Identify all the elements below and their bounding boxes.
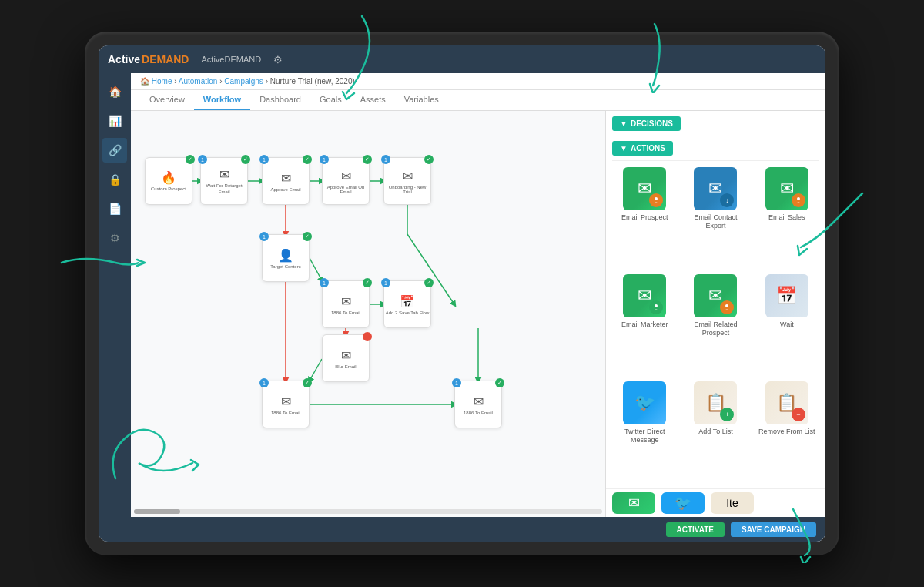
canvas-scroll[interactable]: ✓ 🔥 Custom Prospect ✓ 1 ✉ Wait For Retar… xyxy=(131,111,605,517)
decisions-label: DECISIONS xyxy=(631,119,673,128)
wait-label: Wait xyxy=(780,320,794,329)
decisions-button[interactable]: ▼ DECISIONS xyxy=(612,116,681,131)
action-email-marketer[interactable]: ✉ Email Marketer xyxy=(612,274,677,375)
email-related-icon-box: ✉ xyxy=(694,274,737,317)
svg-point-17 xyxy=(725,304,728,307)
contact-export-overlay: ↓ xyxy=(720,193,734,207)
email-marketer-icon-box: ✉ xyxy=(623,274,666,317)
sidebar-item-doc[interactable]: 📄 xyxy=(102,196,127,221)
breadcrumb-home[interactable]: 🏠 Home xyxy=(140,77,172,86)
wf-node-1[interactable]: ✓ 🔥 Custom Prospect xyxy=(145,157,192,205)
more-items-row: ✉ 🐦 Ite xyxy=(606,488,825,517)
wf-node-2[interactable]: ✓ 1 ✉ Wait For Retarget Email xyxy=(200,157,248,205)
breadcrumb-automation[interactable]: Automation xyxy=(179,77,218,86)
action-email-sales[interactable]: ✉ Email Sales xyxy=(755,167,819,268)
wf-node-11[interactable]: ✓ 1 ✉ 1886 To Email xyxy=(454,381,502,428)
actions-button[interactable]: ▼ ACTIONS xyxy=(612,141,673,156)
tab-workflow[interactable]: Workflow xyxy=(194,90,250,110)
canvas-area[interactable]: ✓ 🔥 Custom Prospect ✓ 1 ✉ Wait For Retar… xyxy=(131,111,606,517)
tab-overview[interactable]: Overview xyxy=(140,90,194,110)
add-list-icon-box: 📋 + xyxy=(694,381,737,424)
breadcrumb-campaigns[interactable]: Campaigns xyxy=(224,77,263,86)
tab-dashboard[interactable]: Dashboard xyxy=(250,90,310,110)
node-badge-minus: − xyxy=(363,332,372,341)
wf-node-8[interactable]: − ✉ Blur Email xyxy=(322,334,370,382)
email-sales-icon: ✉ xyxy=(780,179,794,199)
wf-node-6[interactable]: ✓ 1 👤 Target Content xyxy=(262,234,310,282)
activate-button[interactable]: ACTIVATE xyxy=(666,522,725,537)
save-campaign-button[interactable]: SAVE CAMPAIGN xyxy=(731,522,816,537)
decisions-section: ▼ DECISIONS xyxy=(606,111,825,136)
node-num: 1 xyxy=(259,232,269,241)
wf-node-5[interactable]: ✓ 1 ✉ Onboarding - New Trial xyxy=(383,157,431,205)
bottom-bar: ACTIVATE SAVE CAMPAIGN xyxy=(131,517,825,542)
action-twitter-dm[interactable]: 🐦 Twitter Direct Message xyxy=(612,381,677,482)
node-num: 1 xyxy=(320,278,329,287)
extra3-icon: Ite xyxy=(711,492,754,514)
wait-icon: 📅 xyxy=(776,286,797,306)
svg-point-16 xyxy=(654,304,658,307)
sidebar-item-settings[interactable]: ⚙ xyxy=(102,226,127,250)
tab-variables[interactable]: Variables xyxy=(395,90,448,110)
nav-item[interactable]: ActiveDEMAND xyxy=(201,55,261,64)
wf-node-9[interactable]: ✓ 1 ✉ 1886 To Email xyxy=(262,381,310,428)
action-wait[interactable]: 📅 Wait xyxy=(755,274,819,375)
sidebar-item-dashboard[interactable]: 📊 xyxy=(102,109,127,133)
action-extra-3[interactable]: Ite xyxy=(711,492,754,514)
breadcrumb: 🏠 Home › Automation › Campaigns › Nurtur… xyxy=(131,73,825,90)
svg-point-15 xyxy=(797,197,800,200)
wf-node-7[interactable]: ✓ 1 ✉ 1886 To Email xyxy=(322,280,370,328)
remove-list-label: Remove From List xyxy=(758,428,815,436)
logo-active: Active xyxy=(108,53,140,65)
content-area: 🏠 Home › Automation › Campaigns › Nurtur… xyxy=(131,73,825,542)
action-extra-1[interactable]: ✉ xyxy=(612,492,655,514)
logo: Active DEMAND xyxy=(108,53,189,65)
action-email-contact-export[interactable]: ✉ ↓ Email Contact Export xyxy=(683,167,748,268)
node-badge: ✓ xyxy=(424,278,434,287)
remove-list-icon-box: 📋 − xyxy=(765,381,808,424)
sidebar-item-home[interactable]: 🏠 xyxy=(102,79,127,104)
actions-label: ACTIONS xyxy=(631,144,665,153)
wf-node-3[interactable]: ✓ 1 ✉ Approve Email xyxy=(262,157,310,205)
node-badge: ✓ xyxy=(363,278,372,287)
workflow-canvas: ✓ 🔥 Custom Prospect ✓ 1 ✉ Wait For Retar… xyxy=(131,111,605,434)
svg-line-5 xyxy=(310,258,322,280)
sales-overlay xyxy=(792,193,805,207)
breadcrumb-current: Nurture Trial (new, 2020) xyxy=(270,77,355,86)
related-overlay xyxy=(720,300,734,314)
node-badge: ✓ xyxy=(186,155,195,164)
prospect-overlay xyxy=(649,193,663,207)
tab-goals[interactable]: Goals xyxy=(310,90,351,110)
node-num: 1 xyxy=(381,155,390,164)
email-marketer-icon: ✉ xyxy=(638,286,651,306)
logo-demand: DEMAND xyxy=(142,53,189,65)
action-extra-2[interactable]: 🐦 xyxy=(661,492,705,514)
email-contact-icon-box: ✉ ↓ xyxy=(694,167,737,210)
twitter-icon: 🐦 xyxy=(634,393,655,413)
nav-icon[interactable]: ⚙ xyxy=(273,54,283,65)
action-add-to-list[interactable]: 📋 + Add To List xyxy=(683,381,748,482)
node-num: 1 xyxy=(259,155,269,164)
wf-node-10[interactable]: ✓ 1 📅 Add 2 Save Tab Flow xyxy=(383,280,431,328)
canvas-scrollbar[interactable] xyxy=(134,509,602,514)
add-list-overlay: + xyxy=(720,408,734,421)
action-remove-from-list[interactable]: 📋 − Remove From List xyxy=(755,381,819,482)
top-bar: Active DEMAND ActiveDEMAND ⚙ xyxy=(99,45,825,73)
sidebar-item-users[interactable]: 🔗 xyxy=(102,138,127,163)
wait-icon-box: 📅 xyxy=(765,274,808,317)
wf-node-4[interactable]: ✓ 1 ✉ Approve Email On Email xyxy=(322,157,370,205)
action-email-prospect[interactable]: ✉ Email Prospect xyxy=(612,167,677,268)
actions-section: ▼ ACTIONS xyxy=(606,136,825,160)
action-email-related-prospect[interactable]: ✉ Email Related Prospect xyxy=(683,274,748,375)
node-badge: ✓ xyxy=(303,155,312,164)
node-num: 1 xyxy=(452,378,461,387)
tablet-screen: Active DEMAND ActiveDEMAND ⚙ 🏠 📊 🔗 🔒 📄 ⚙ xyxy=(99,45,825,542)
email-related-label: Email Related Prospect xyxy=(683,320,748,337)
add-list-label: Add To List xyxy=(698,428,732,436)
tab-assets[interactable]: Assets xyxy=(351,90,395,110)
node-num: 1 xyxy=(259,378,269,387)
sidebar-item-lock[interactable]: 🔒 xyxy=(102,167,127,192)
node-badge: ✓ xyxy=(424,155,434,164)
workflow-split: ✓ 🔥 Custom Prospect ✓ 1 ✉ Wait For Retar… xyxy=(131,111,825,517)
marketer-overlay xyxy=(649,300,663,314)
